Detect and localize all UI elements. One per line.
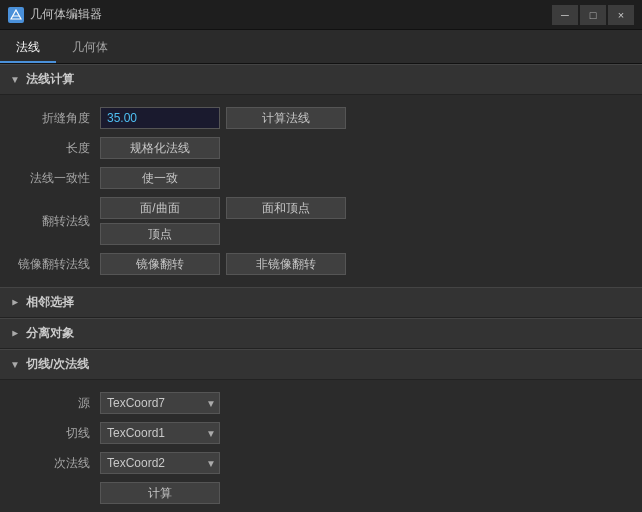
label-changdu: 长度 — [10, 140, 100, 157]
btn-shiyizhi[interactable]: 使一致 — [100, 167, 220, 189]
controls-zheshengjiaodu: 计算法线 — [100, 107, 346, 129]
label-fanzhuan: 翻转法线 — [10, 213, 100, 230]
svg-marker-0 — [11, 10, 21, 19]
controls-yizhi: 使一致 — [100, 167, 220, 189]
section-lingjuxuanze: ▼ 相邻选择 — [0, 287, 642, 318]
section-fenliduixiang: ▼ 分离对象 — [0, 318, 642, 349]
row-cifaxian: 次法线 TexCoord1 TexCoord2 TexCoord3 TexCoo… — [0, 448, 642, 478]
section-qiexian-title: 切线/次法线 — [26, 356, 89, 373]
btn-dingdian[interactable]: 顶点 — [100, 223, 220, 245]
collapse-arrow-3: ▼ — [9, 329, 20, 339]
row-jisuan: 计算 — [0, 478, 642, 508]
section-lingjuxuanze-title: 相邻选择 — [26, 294, 74, 311]
section-lingjuxuanze-header[interactable]: ▼ 相邻选择 — [0, 287, 642, 318]
section-qiexian-body: 源 TexCoord1 TexCoord2 TexCoord3 TexCoord… — [0, 380, 642, 512]
btn-guige-faxian[interactable]: 规格化法线 — [100, 137, 220, 159]
title-bar: 几何体编辑器 ─ □ × — [0, 0, 642, 30]
input-zheshengjiaodu[interactable] — [100, 107, 220, 129]
btn-feijingxiang-fanzhuan[interactable]: 非镜像翻转 — [226, 253, 346, 275]
section-faxian-jisuan: ▼ 法线计算 折缝角度 计算法线 长度 规格化法线 法线一致性 — [0, 64, 642, 287]
label-yuan: 源 — [10, 395, 100, 412]
collapse-arrow-2: ▼ — [9, 298, 20, 308]
controls-cifaxian: TexCoord1 TexCoord2 TexCoord3 TexCoord4 … — [100, 452, 220, 474]
btn-mian-dingdian[interactable]: 面和顶点 — [226, 197, 346, 219]
row-jingxiang: 镜像翻转法线 镜像翻转 非镜像翻转 — [0, 249, 642, 279]
main-content: ▼ 法线计算 折缝角度 计算法线 长度 规格化法线 法线一致性 — [0, 64, 642, 512]
row-qiexian: 切线 TexCoord1 TexCoord2 TexCoord3 TexCoor… — [0, 418, 642, 448]
section-faxian-jisuan-title: 法线计算 — [26, 71, 74, 88]
section-fenliduixiang-title: 分离对象 — [26, 325, 74, 342]
maximize-button[interactable]: □ — [580, 5, 606, 25]
select-yuan[interactable]: TexCoord1 TexCoord2 TexCoord3 TexCoord4 … — [100, 392, 220, 414]
controls-fanzhuan: 面/曲面 面和顶点 顶点 — [100, 197, 346, 245]
label-cifaxian: 次法线 — [10, 455, 100, 472]
row-fanzhuan: 翻转法线 面/曲面 面和顶点 顶点 — [0, 193, 642, 249]
controls-jisuan: 计算 — [100, 482, 220, 504]
collapse-arrow: ▼ — [10, 74, 20, 85]
section-faxian-jisuan-header[interactable]: ▼ 法线计算 — [0, 64, 642, 95]
minimize-button[interactable]: ─ — [552, 5, 578, 25]
select-wrapper-qiexian: TexCoord1 TexCoord2 TexCoord3 TexCoord4 … — [100, 422, 220, 444]
select-wrapper-cifaxian: TexCoord1 TexCoord2 TexCoord3 TexCoord4 … — [100, 452, 220, 474]
window-title: 几何体编辑器 — [30, 6, 552, 23]
section-qiexian-header[interactable]: ▼ 切线/次法线 — [0, 349, 642, 380]
section-faxian-jisuan-body: 折缝角度 计算法线 长度 规格化法线 法线一致性 使一致 — [0, 95, 642, 287]
label-yizhi: 法线一致性 — [10, 170, 100, 187]
row-changdu: 长度 规格化法线 — [0, 133, 642, 163]
tab-faxian[interactable]: 法线 — [0, 34, 56, 63]
controls-jingxiang: 镜像翻转 非镜像翻转 — [100, 253, 346, 275]
collapse-arrow-4: ▼ — [10, 359, 20, 370]
label-jingxiang: 镜像翻转法线 — [10, 256, 100, 273]
window-controls: ─ □ × — [552, 5, 634, 25]
select-cifaxian[interactable]: TexCoord1 TexCoord2 TexCoord3 TexCoord4 … — [100, 452, 220, 474]
btn-jisuan-faxian[interactable]: 计算法线 — [226, 107, 346, 129]
tab-bar: 法线 几何体 — [0, 30, 642, 64]
close-button[interactable]: × — [608, 5, 634, 25]
section-qiexian: ▼ 切线/次法线 源 TexCoord1 TexCoord2 TexCoord3… — [0, 349, 642, 512]
label-zheshengjiaodu: 折缝角度 — [10, 110, 100, 127]
btn-jisuan[interactable]: 计算 — [100, 482, 220, 504]
label-qiexian: 切线 — [10, 425, 100, 442]
btn-jingxiang-fanzhuan[interactable]: 镜像翻转 — [100, 253, 220, 275]
btn-mian-qumian[interactable]: 面/曲面 — [100, 197, 220, 219]
section-fenliduixiang-header[interactable]: ▼ 分离对象 — [0, 318, 642, 349]
controls-yuan: TexCoord1 TexCoord2 TexCoord3 TexCoord4 … — [100, 392, 220, 414]
row-zheshengjiaodu: 折缝角度 计算法线 — [0, 103, 642, 133]
app-icon — [8, 7, 24, 23]
tab-jihe[interactable]: 几何体 — [56, 34, 124, 63]
controls-qiexian: TexCoord1 TexCoord2 TexCoord3 TexCoord4 … — [100, 422, 220, 444]
select-wrapper-yuan: TexCoord1 TexCoord2 TexCoord3 TexCoord4 … — [100, 392, 220, 414]
row-yizhi: 法线一致性 使一致 — [0, 163, 642, 193]
controls-changdu: 规格化法线 — [100, 137, 220, 159]
row-yuan: 源 TexCoord1 TexCoord2 TexCoord3 TexCoord… — [0, 388, 642, 418]
select-qiexian[interactable]: TexCoord1 TexCoord2 TexCoord3 TexCoord4 … — [100, 422, 220, 444]
